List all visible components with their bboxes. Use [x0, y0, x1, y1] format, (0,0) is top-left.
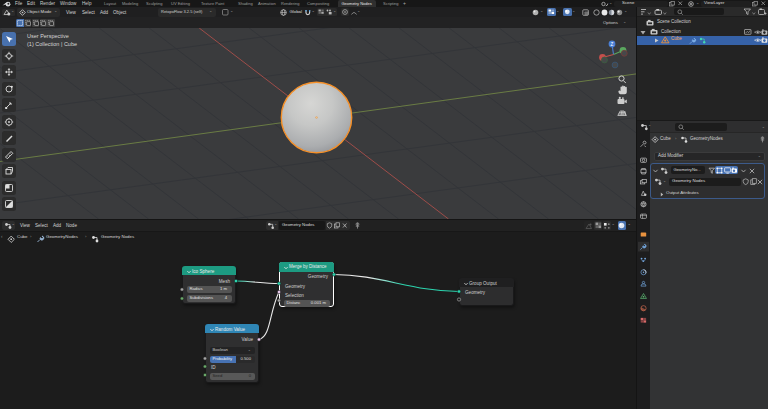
svg-text:Z: Z: [611, 42, 614, 47]
